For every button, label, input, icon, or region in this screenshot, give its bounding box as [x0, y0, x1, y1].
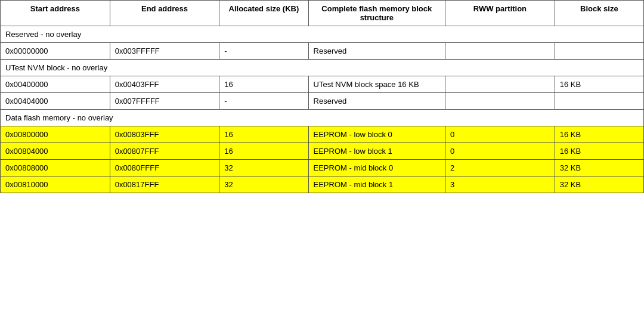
start-address: 0x00800000 — [1, 126, 110, 143]
section-label: UTest NVM block - no overlay — [1, 60, 644, 76]
table-row: 0x008080000x0080FFFF32EEPROM - mid block… — [1, 160, 644, 176]
header-row: Start address End address Allocated size… — [1, 1, 644, 26]
rww-partition — [445, 93, 555, 110]
block-size: 16 KB — [555, 76, 643, 93]
section-row: Data flash memory - no overlay — [1, 110, 644, 126]
start-address: 0x00810000 — [1, 176, 110, 193]
complete-flash: EEPROM - low block 0 — [308, 126, 445, 143]
complete-flash: EEPROM - mid block 0 — [308, 160, 445, 176]
section-label: Reserved - no overlay — [1, 26, 644, 43]
rww-partition: 0 — [445, 143, 555, 160]
start-address: 0x00000000 — [1, 43, 110, 60]
section-row: UTest NVM block - no overlay — [1, 60, 644, 76]
rww-partition: 2 — [445, 160, 555, 176]
complete-flash: EEPROM - low block 1 — [308, 143, 445, 160]
section-label: Data flash memory - no overlay — [1, 110, 644, 126]
block-size: 16 KB — [555, 126, 643, 143]
header-end-address: End address — [110, 1, 219, 26]
rww-partition — [445, 76, 555, 93]
header-block-size: Block size — [555, 1, 643, 26]
end-address: 0x007FFFFF — [110, 93, 219, 110]
allocated-size: 16 — [219, 76, 308, 93]
end-address: 0x00807FFF — [110, 143, 219, 160]
complete-flash: UTest NVM block space 16 KB — [308, 76, 445, 93]
block-size — [555, 93, 643, 110]
table-row: 0x004040000x007FFFFF-Reserved — [1, 93, 644, 110]
allocated-size: 32 — [219, 160, 308, 176]
end-address: 0x00817FFF — [110, 176, 219, 193]
block-size: 32 KB — [555, 160, 643, 176]
end-address: 0x0080FFFF — [110, 160, 219, 176]
allocated-size: 16 — [219, 143, 308, 160]
block-size: 32 KB — [555, 176, 643, 193]
start-address: 0x00404000 — [1, 93, 110, 110]
table-row: 0x008000000x00803FFF16EEPROM - low block… — [1, 126, 644, 143]
start-address: 0x00400000 — [1, 76, 110, 93]
header-rww-partition: RWW partition — [445, 1, 555, 26]
complete-flash: Reserved — [308, 43, 445, 60]
section-row: Reserved - no overlay — [1, 26, 644, 43]
table-row: 0x008100000x00817FFF32EEPROM - mid block… — [1, 176, 644, 193]
memory-table: Start address End address Allocated size… — [0, 0, 644, 193]
rww-partition: 0 — [445, 126, 555, 143]
header-allocated-size: Allocated size (KB) — [219, 1, 308, 26]
header-start-address: Start address — [1, 1, 110, 26]
block-size — [555, 43, 643, 60]
allocated-size: - — [219, 93, 308, 110]
end-address: 0x00803FFF — [110, 126, 219, 143]
table-row: 0x000000000x003FFFFF-Reserved — [1, 43, 644, 60]
block-size: 16 KB — [555, 143, 643, 160]
table-row: 0x008040000x00807FFF16EEPROM - low block… — [1, 143, 644, 160]
table-row: 0x004000000x00403FFF16UTest NVM block sp… — [1, 76, 644, 93]
allocated-size: - — [219, 43, 308, 60]
complete-flash: Reserved — [308, 93, 445, 110]
start-address: 0x00804000 — [1, 143, 110, 160]
allocated-size: 32 — [219, 176, 308, 193]
rww-partition — [445, 43, 555, 60]
allocated-size: 16 — [219, 126, 308, 143]
end-address: 0x003FFFFF — [110, 43, 219, 60]
start-address: 0x00808000 — [1, 160, 110, 176]
rww-partition: 3 — [445, 176, 555, 193]
end-address: 0x00403FFF — [110, 76, 219, 93]
complete-flash: EEPROM - mid block 1 — [308, 176, 445, 193]
header-complete-flash: Complete flash memory block structure — [308, 1, 445, 26]
